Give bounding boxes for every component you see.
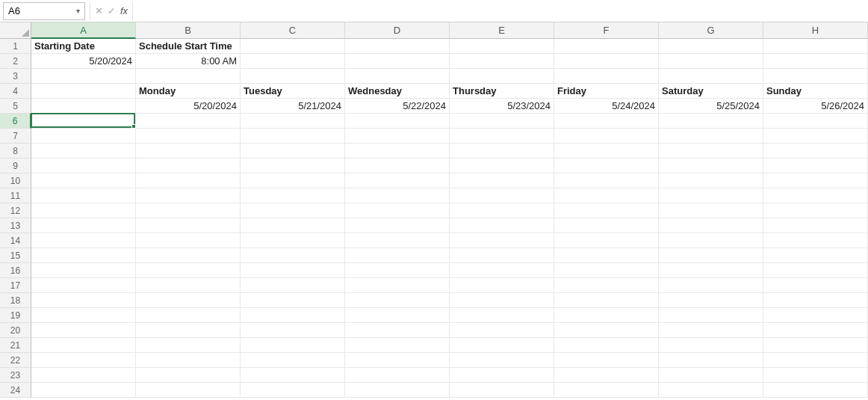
- cell-E17[interactable]: [450, 278, 554, 293]
- cell-B2[interactable]: 8:00 AM: [136, 54, 241, 69]
- cell-D16[interactable]: [345, 263, 450, 278]
- cell-H9[interactable]: [763, 159, 868, 173]
- cell-E24[interactable]: [450, 383, 554, 398]
- cell-F9[interactable]: [554, 159, 659, 173]
- cell-B4[interactable]: Monday: [136, 84, 241, 99]
- cell-A16[interactable]: [31, 263, 136, 278]
- cell-C16[interactable]: [241, 263, 345, 278]
- cell-F1[interactable]: [554, 39, 659, 54]
- cell-A5[interactable]: [31, 99, 136, 114]
- cell-F22[interactable]: [554, 353, 659, 368]
- cell-H13[interactable]: [763, 218, 868, 233]
- row-header-23[interactable]: 23: [0, 368, 31, 383]
- cell-E21[interactable]: [450, 338, 554, 353]
- cell-D11[interactable]: [345, 188, 450, 203]
- row-header-8[interactable]: 8: [0, 144, 31, 159]
- cell-E16[interactable]: [450, 263, 554, 278]
- cell-H1[interactable]: [763, 39, 868, 54]
- cell-C14[interactable]: [241, 233, 345, 248]
- cell-C8[interactable]: [241, 144, 345, 159]
- column-header-F[interactable]: F: [554, 22, 659, 39]
- accept-icon[interactable]: ✓: [108, 5, 116, 16]
- cell-B3[interactable]: [136, 69, 241, 84]
- grid-body[interactable]: Starting DateSchedule Start Time5/20/202…: [31, 39, 868, 400]
- cell-C17[interactable]: [241, 278, 345, 293]
- cell-F15[interactable]: [554, 248, 659, 263]
- cell-E9[interactable]: [450, 159, 554, 173]
- cell-F2[interactable]: [554, 54, 659, 69]
- cell-F3[interactable]: [554, 69, 659, 84]
- cell-E14[interactable]: [450, 233, 554, 248]
- cell-A12[interactable]: [31, 203, 136, 218]
- cell-B23[interactable]: [136, 368, 241, 383]
- cell-A20[interactable]: [31, 323, 136, 338]
- column-header-H[interactable]: H: [763, 22, 868, 39]
- cell-D14[interactable]: [345, 233, 450, 248]
- cell-A14[interactable]: [31, 233, 136, 248]
- cell-D18[interactable]: [345, 293, 450, 308]
- cell-H10[interactable]: [763, 173, 868, 188]
- cell-D6[interactable]: [345, 114, 450, 129]
- cell-D8[interactable]: [345, 144, 450, 159]
- row-header-9[interactable]: 9: [0, 159, 31, 173]
- cell-H8[interactable]: [763, 144, 868, 159]
- cell-B16[interactable]: [136, 263, 241, 278]
- cell-D7[interactable]: [345, 129, 450, 144]
- cell-D12[interactable]: [345, 203, 450, 218]
- cell-G22[interactable]: [659, 353, 763, 368]
- cell-G17[interactable]: [659, 278, 763, 293]
- cell-F5[interactable]: 5/24/2024: [554, 99, 659, 114]
- column-header-C[interactable]: C: [241, 22, 345, 39]
- cell-A3[interactable]: [31, 69, 136, 84]
- row-header-6[interactable]: 6: [0, 114, 31, 129]
- cell-A2[interactable]: 5/20/2024: [31, 54, 136, 69]
- cell-F20[interactable]: [554, 323, 659, 338]
- cell-E3[interactable]: [450, 69, 554, 84]
- cell-A23[interactable]: [31, 368, 136, 383]
- column-header-G[interactable]: G: [659, 22, 763, 39]
- cell-C3[interactable]: [241, 69, 345, 84]
- cell-G23[interactable]: [659, 368, 763, 383]
- cell-F21[interactable]: [554, 338, 659, 353]
- cell-F18[interactable]: [554, 293, 659, 308]
- column-header-D[interactable]: D: [345, 22, 450, 39]
- cell-B11[interactable]: [136, 188, 241, 203]
- row-header-17[interactable]: 17: [0, 278, 31, 293]
- cell-F13[interactable]: [554, 218, 659, 233]
- column-header-B[interactable]: B: [136, 22, 241, 39]
- cell-G2[interactable]: [659, 54, 763, 69]
- cell-C12[interactable]: [241, 203, 345, 218]
- row-header-2[interactable]: 2: [0, 54, 31, 69]
- cell-B12[interactable]: [136, 203, 241, 218]
- cell-D2[interactable]: [345, 54, 450, 69]
- cell-A19[interactable]: [31, 308, 136, 323]
- cell-F8[interactable]: [554, 144, 659, 159]
- cell-E22[interactable]: [450, 353, 554, 368]
- row-header-10[interactable]: 10: [0, 173, 31, 188]
- cell-F12[interactable]: [554, 203, 659, 218]
- row-header-20[interactable]: 20: [0, 323, 31, 338]
- name-box[interactable]: A6 ▾: [3, 2, 85, 20]
- row-header-24[interactable]: 24: [0, 383, 31, 398]
- cell-H11[interactable]: [763, 188, 868, 203]
- row-header-13[interactable]: 13: [0, 218, 31, 233]
- cell-C23[interactable]: [241, 368, 345, 383]
- cell-H23[interactable]: [763, 368, 868, 383]
- cell-H20[interactable]: [763, 323, 868, 338]
- cell-H15[interactable]: [763, 248, 868, 263]
- cell-E2[interactable]: [450, 54, 554, 69]
- cell-C2[interactable]: [241, 54, 345, 69]
- cell-F10[interactable]: [554, 173, 659, 188]
- column-header-A[interactable]: A: [31, 22, 136, 39]
- cell-C24[interactable]: [241, 383, 345, 398]
- cell-C4[interactable]: Tuesday: [241, 84, 345, 99]
- cell-E6[interactable]: [450, 114, 554, 129]
- cell-H21[interactable]: [763, 338, 868, 353]
- cell-G15[interactable]: [659, 248, 763, 263]
- cell-B15[interactable]: [136, 248, 241, 263]
- cell-A17[interactable]: [31, 278, 136, 293]
- cell-B9[interactable]: [136, 159, 241, 173]
- row-header-15[interactable]: 15: [0, 248, 31, 263]
- cell-F11[interactable]: [554, 188, 659, 203]
- row-header-19[interactable]: 19: [0, 308, 31, 323]
